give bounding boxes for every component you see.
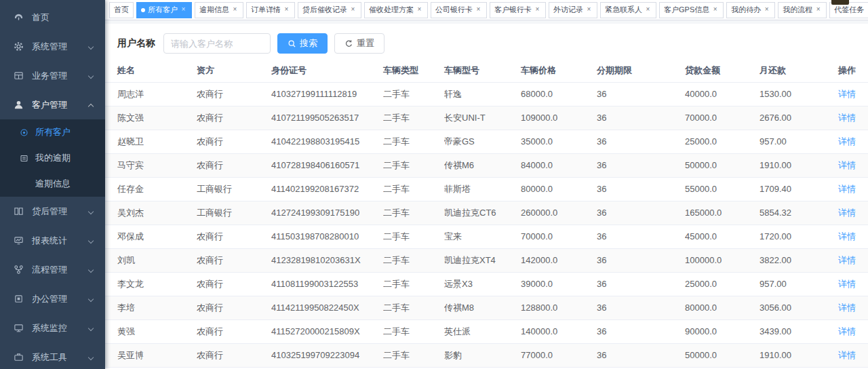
- close-tab-icon[interactable]: ×: [283, 6, 290, 14]
- sidebar-item-office-mgmt[interactable]: 办公管理: [0, 284, 105, 313]
- username-label: 用户名称: [117, 37, 155, 50]
- search-input[interactable]: [163, 33, 271, 54]
- cell-term: 36: [597, 130, 685, 153]
- tab-all-customers[interactable]: 所有客户×: [136, 2, 192, 18]
- detail-link[interactable]: 详情: [838, 255, 856, 265]
- business-grid-icon: [14, 71, 26, 81]
- cell-loan: 50000.0: [685, 343, 760, 367]
- detail-link[interactable]: 详情: [838, 231, 856, 241]
- sidebar-item-label: 贷后管理: [32, 206, 67, 218]
- detail-link[interactable]: 详情: [838, 279, 856, 289]
- sidebar-item-customer-mgmt[interactable]: 客户管理: [0, 90, 105, 119]
- tab-visit-record[interactable]: 外访记录×: [549, 2, 597, 18]
- office-box-icon: [14, 294, 26, 304]
- close-tab-icon[interactable]: ×: [534, 6, 541, 14]
- app-root: 首页 系统管理 业务管理 客户管理: [0, 0, 868, 369]
- sidebar-item-home[interactable]: 首页: [0, 3, 105, 32]
- cell-type: 二手车: [383, 319, 444, 343]
- sidebar-item-system-monitor[interactable]: 系统监控: [0, 313, 105, 343]
- detail-link[interactable]: 详情: [838, 160, 856, 170]
- tab-collection-record[interactable]: 贷后催收记录×: [298, 2, 361, 18]
- cell-term: 36: [597, 225, 685, 248]
- cell-model: 凯迪拉克XT4: [444, 248, 521, 272]
- tab-company-bankcard[interactable]: 公司银行卡×: [431, 2, 487, 18]
- cell-model: 影豹: [444, 343, 521, 367]
- sidebar-item-label: 系统工具: [32, 351, 67, 364]
- cell-id: 411402199208167372: [271, 177, 383, 201]
- close-tab-icon[interactable]: ×: [180, 6, 187, 14]
- detail-link[interactable]: 详情: [838, 184, 856, 194]
- cell-funder: 农商行: [197, 343, 271, 367]
- sidebar-item-process-mgmt[interactable]: 流程管理: [0, 255, 105, 284]
- close-tab-icon[interactable]: ×: [711, 6, 719, 14]
- sidebar-item-my-overdue[interactable]: 我的逾期: [0, 145, 105, 171]
- cell-type: 二手车: [383, 225, 444, 248]
- close-tab-icon[interactable]: ×: [231, 6, 239, 14]
- tab-customer-bankcard[interactable]: 客户银行卡×: [490, 2, 546, 18]
- col-action: 操作: [837, 60, 868, 82]
- close-tab-icon[interactable]: ×: [349, 6, 357, 14]
- tab-home[interactable]: 首页: [109, 2, 134, 18]
- tab-overdue-info[interactable]: 逾期信息×: [195, 2, 243, 18]
- sidebar-item-all-customers[interactable]: 所有客户: [0, 119, 105, 145]
- sidebar-item-business-mgmt[interactable]: 业务管理: [0, 61, 105, 90]
- close-tab-icon[interactable]: ×: [644, 6, 652, 14]
- cell-monthly: 2676.00: [760, 106, 837, 130]
- sidebar-item-postloan-mgmt[interactable]: 贷后管理: [0, 197, 105, 226]
- avatar[interactable]: [831, 0, 849, 5]
- sidebar-item-system-mgmt[interactable]: 系统管理: [0, 32, 105, 61]
- close-tab-icon[interactable]: ×: [585, 6, 593, 14]
- cell-funder: 工商银行: [197, 201, 271, 225]
- cell-monthly: 957.00: [760, 130, 837, 153]
- detail-link[interactable]: 详情: [838, 303, 856, 313]
- detail-link[interactable]: 详情: [838, 326, 856, 336]
- tab-my-process[interactable]: 我的流程×: [778, 2, 827, 18]
- cell-model: 传祺M6: [444, 153, 521, 177]
- close-tab-icon[interactable]: ×: [814, 6, 822, 14]
- tab-my-todo[interactable]: 我的待办×: [726, 2, 775, 18]
- search-button[interactable]: 搜索: [277, 33, 328, 54]
- cell-name: 邓保成: [105, 225, 197, 248]
- tab-emergency-contact[interactable]: 紧急联系人×: [600, 2, 656, 18]
- table-row: 周志洋 农商行 410327199111112819 二手车 轩逸 68000.…: [105, 82, 868, 106]
- detail-link[interactable]: 详情: [838, 350, 856, 360]
- cell-monthly: 1530.00: [760, 82, 837, 106]
- sidebar-item-overdue-info[interactable]: 逾期信息: [0, 171, 105, 197]
- table-header: 姓名 资方 身份证号 车辆类型 车辆型号 车辆价格 分期期限 贷款金额 月还款 …: [105, 60, 868, 82]
- tab-customer-gps[interactable]: 客户GPS信息×: [659, 2, 724, 18]
- reset-button[interactable]: 重置: [334, 33, 384, 54]
- sidebar-item-system-tools[interactable]: 系统工具: [0, 343, 105, 369]
- cell-term: 36: [597, 248, 685, 272]
- cell-funder: 农商行: [197, 130, 271, 153]
- main-area: 首页 所有客户× 逾期信息× 订单详情× 贷后催收记录× 催收处理方案× 公司银…: [105, 0, 868, 369]
- cell-model: 传祺M8: [444, 296, 521, 319]
- close-tab-icon[interactable]: ×: [416, 6, 423, 14]
- cell-funder: 农商行: [197, 248, 271, 272]
- customer-mgmt-submenu: 所有客户 我的逾期 逾期信息: [0, 119, 105, 197]
- cell-type: 二手车: [383, 343, 444, 367]
- tab-order-detail[interactable]: 订单详情×: [246, 2, 295, 18]
- cell-type: 二手车: [383, 82, 444, 106]
- col-monthly: 月还款: [760, 60, 837, 82]
- table-row: 赵晓卫 农商行 410422198803195415 二手车 帝豪GS 3500…: [105, 130, 868, 153]
- close-tab-icon[interactable]: ×: [763, 6, 770, 14]
- cell-name: 李文龙: [105, 272, 197, 296]
- sidebar-item-report-stats[interactable]: 报表统计: [0, 226, 105, 255]
- detail-link[interactable]: 详情: [838, 208, 856, 218]
- cell-monthly: 5854.32: [760, 201, 837, 225]
- table-row: 任存金 工商银行 411402199208167372 二手车 菲斯塔 8000…: [105, 177, 868, 201]
- cell-price: 39000.0: [521, 272, 597, 296]
- cell-price: 84000.0: [521, 153, 597, 177]
- detail-link[interactable]: 详情: [838, 113, 856, 123]
- close-tab-icon[interactable]: ×: [475, 6, 482, 14]
- loan-book-icon: [14, 206, 26, 216]
- tab-collection-plan[interactable]: 催收处理方案×: [364, 2, 428, 18]
- cell-funder: 农商行: [197, 296, 271, 319]
- chevron-down-icon: [88, 208, 94, 214]
- sidebar: 首页 系统管理 业务管理 客户管理: [0, 0, 105, 369]
- cell-term: 36: [597, 319, 685, 343]
- cell-type: 二手车: [383, 130, 444, 153]
- cell-term: 36: [597, 82, 685, 106]
- detail-link[interactable]: 详情: [838, 136, 856, 147]
- detail-link[interactable]: 详情: [838, 89, 856, 99]
